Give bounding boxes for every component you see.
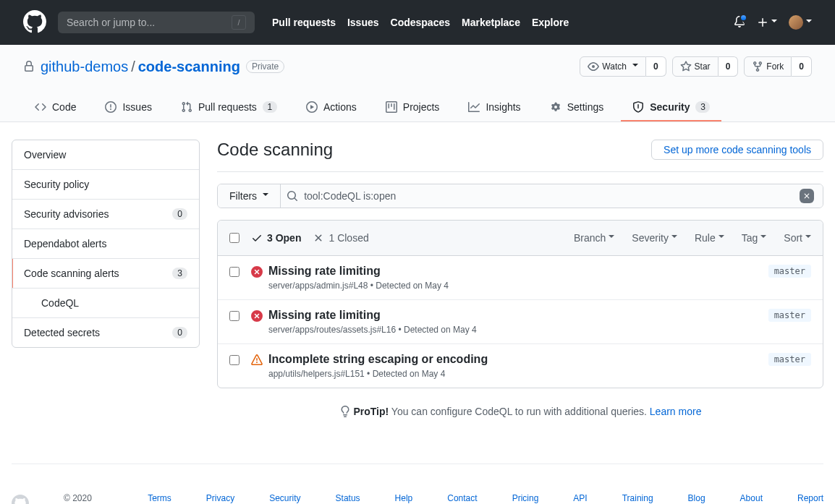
repo-separator: / <box>131 59 135 75</box>
alert-row[interactable]: Missing rate limitingserver/apps/admin.j… <box>218 256 823 300</box>
closed-tab[interactable]: 1 Closed <box>313 232 368 244</box>
footer-link[interactable]: Contact GitHub <box>447 493 477 504</box>
filter-bar: Filters <box>217 184 823 208</box>
search-placeholder: Search or jump to... <box>67 17 155 28</box>
setup-tools-button[interactable]: Set up more code scanning tools <box>651 140 823 160</box>
nav-pull-requests[interactable]: Pull requests <box>272 17 336 28</box>
shield-icon <box>632 101 644 113</box>
star-button[interactable]: Star 0 <box>672 56 739 77</box>
footer-link[interactable]: About <box>740 493 763 504</box>
sort-dropdown[interactable]: Sort <box>784 232 811 244</box>
lock-icon <box>23 61 35 72</box>
tab-projects[interactable]: Projects <box>374 94 452 121</box>
notification-indicator-dot <box>739 14 747 22</box>
alert-meta: app/utils/helpers.js#L151 • Detected on … <box>268 369 768 379</box>
footer-link[interactable]: Security <box>269 493 300 504</box>
rule-dropdown[interactable]: Rule <box>695 232 724 244</box>
nav-marketplace[interactable]: Marketplace <box>462 17 520 28</box>
tab-actions[interactable]: Actions <box>294 94 368 121</box>
nav-explore[interactable]: Explore <box>532 17 569 28</box>
tab-settings[interactable]: Settings <box>538 94 616 121</box>
error-icon <box>251 310 263 322</box>
footer-link[interactable]: Pricing <box>512 493 539 504</box>
slash-key-hint: / <box>232 15 246 30</box>
sidebar-item-secrets[interactable]: Detected secrets0 <box>12 318 199 347</box>
alert-row[interactable]: Missing rate limitingserver/apps/routes/… <box>218 300 823 344</box>
graph-icon <box>468 101 480 113</box>
header-right <box>734 15 812 30</box>
search-icon <box>287 190 298 202</box>
footer-link[interactable]: Training <box>622 493 653 504</box>
repo-name-link[interactable]: code-scanning <box>138 59 240 75</box>
tab-pull-requests[interactable]: Pull requests1 <box>169 94 289 121</box>
tag-dropdown[interactable]: Tag <box>742 232 767 244</box>
nav-codespaces[interactable]: Codespaces <box>391 17 450 28</box>
copyright: © 2020 GitHub, Inc. <box>64 493 113 504</box>
box-filter-dropdowns: Branch Severity Rule Tag Sort <box>574 232 811 244</box>
global-nav: Pull requests Issues Codespaces Marketpl… <box>272 17 569 28</box>
tab-insights[interactable]: Insights <box>457 94 532 121</box>
alert-checkbox[interactable] <box>229 355 240 365</box>
footer-link[interactable]: Privacy <box>206 493 234 504</box>
alert-title: Missing rate limiting <box>268 265 768 278</box>
sidebar-item-code-scanning[interactable]: Code scanning alerts3 <box>12 259 199 289</box>
branch-dropdown[interactable]: Branch <box>574 232 614 244</box>
github-mark-icon <box>12 495 29 504</box>
watch-count[interactable]: 0 <box>646 56 666 77</box>
repo-owner-link[interactable]: github-demos <box>41 59 128 75</box>
footer-link[interactable]: Blog <box>688 493 705 504</box>
alert-meta: server/apps/admin.js#L48 • Detected on M… <box>268 281 768 291</box>
fork-button[interactable]: Fork 0 <box>744 56 812 77</box>
footer-link[interactable]: Terms <box>148 493 171 504</box>
protip-learn-more-link[interactable]: Learn more <box>650 406 702 417</box>
repo-visibility-label: Private <box>246 60 284 73</box>
alerts-box: 3 Open 1 Closed Branch Severity Rule Tag… <box>217 220 823 388</box>
alert-title: Missing rate limiting <box>268 309 768 322</box>
severity-dropdown[interactable]: Severity <box>632 232 677 244</box>
sidebar-item-overview[interactable]: Overview <box>12 140 199 170</box>
user-avatar <box>789 15 803 30</box>
fork-count[interactable]: 0 <box>792 56 812 77</box>
notifications-button[interactable] <box>734 16 745 30</box>
filter-search-input[interactable] <box>304 190 794 202</box>
global-search-input[interactable]: Search or jump to... / <box>58 12 255 33</box>
code-icon <box>35 101 46 113</box>
repo-title: github-demos / code-scanning Private <box>23 59 284 75</box>
security-count: 3 <box>695 101 710 113</box>
footer: © 2020 GitHub, Inc. TermsPrivacySecurity… <box>12 464 823 504</box>
footer-link[interactable]: Report bug <box>797 493 823 504</box>
play-icon <box>306 101 318 113</box>
filters-dropdown-button[interactable]: Filters <box>218 184 281 208</box>
sidebar-item-dependabot[interactable]: Dependabot alerts <box>12 229 199 259</box>
main-content: Code scanning Set up more code scanning … <box>217 140 823 417</box>
security-sidebar: Overview Security policy Security adviso… <box>12 140 200 348</box>
alerts-box-header: 3 Open 1 Closed Branch Severity Rule Tag… <box>218 221 823 256</box>
tab-code[interactable]: Code <box>23 94 88 121</box>
tab-issues[interactable]: Issues <box>93 94 163 121</box>
open-tab[interactable]: 3 Open <box>251 232 301 244</box>
x-icon <box>313 232 324 244</box>
sidebar-item-advisories[interactable]: Security advisories0 <box>12 200 199 229</box>
footer-link[interactable]: Status <box>336 493 360 504</box>
github-logo[interactable] <box>23 10 46 35</box>
star-count[interactable]: 0 <box>719 56 739 77</box>
watch-button[interactable]: Watch 0 <box>580 56 666 77</box>
alert-checkbox[interactable] <box>229 267 240 277</box>
tab-security[interactable]: Security3 <box>621 94 721 121</box>
clear-filter-button[interactable] <box>800 189 814 203</box>
alert-row[interactable]: Incomplete string escaping or encodingap… <box>218 344 823 388</box>
global-header: Search or jump to... / Pull requests Iss… <box>0 0 835 45</box>
sidebar-subitem-codeql[interactable]: CodeQL <box>12 289 199 318</box>
footer-link[interactable]: Help <box>395 493 413 504</box>
select-all-checkbox[interactable] <box>229 233 240 243</box>
page-title: Code scanning <box>217 140 333 160</box>
alert-checkbox[interactable] <box>229 311 240 321</box>
nav-issues[interactable]: Issues <box>347 17 379 28</box>
sidebar-item-policy[interactable]: Security policy <box>12 170 199 200</box>
eye-icon <box>588 61 599 72</box>
user-menu[interactable] <box>789 15 812 30</box>
footer-link[interactable]: API <box>573 493 587 504</box>
alert-meta: server/apps/routes/assets.js#L16 • Detec… <box>268 325 768 335</box>
branch-label: master <box>768 309 811 322</box>
create-new-menu[interactable] <box>757 17 777 28</box>
